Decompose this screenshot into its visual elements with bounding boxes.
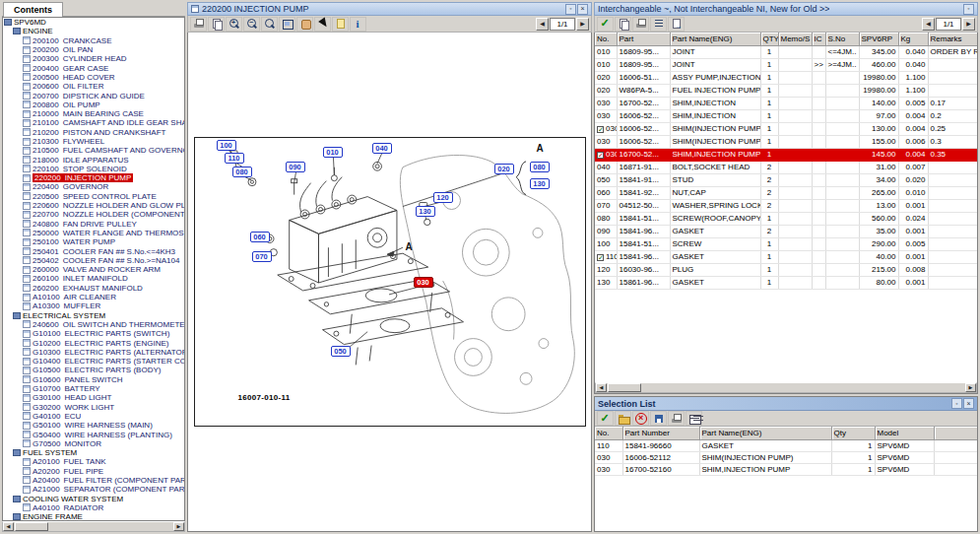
memo-button[interactable]: [332, 17, 349, 32]
folder-button[interactable]: [615, 411, 631, 426]
column-header[interactable]: Part Name(ENG): [699, 427, 831, 439]
scroll-right-icon[interactable]: ▶: [173, 522, 184, 531]
scroll-thumb[interactable]: [608, 383, 641, 392]
tree-item-220100[interactable]: 220100 STOP SOLENOID: [3, 165, 184, 173]
close-icon[interactable]: ×: [577, 4, 588, 15]
tree-item-200700[interactable]: 200700 DIPSTICK AND GUIDE: [3, 91, 184, 100]
column-header[interactable]: Part Name(ENG): [670, 33, 760, 45]
tree-item-210500[interactable]: 210500 FUEL CAMSHAFT AND GOVERNOR: [3, 146, 184, 155]
tree-item-G70500[interactable]: G70500 MONITOR: [3, 439, 184, 448]
diagram-canvas[interactable]: 16007-010-11 100110080090010040020080130…: [187, 33, 592, 532]
row-checkbox[interactable]: ✓: [597, 254, 604, 261]
pin-icon[interactable]: ◦: [951, 398, 962, 409]
parts-row[interactable]: 020W86PA-5...FUEL INJECTION PUMP119980.0…: [595, 84, 978, 97]
parts-row[interactable]: 03016006-52...SHIM,INJECTION197.000.0040…: [595, 109, 978, 122]
tree-item-A20200[interactable]: A20200 FUEL PIPE: [3, 467, 184, 476]
contents-horizontal-scrollbar[interactable]: ◀ ▶: [2, 521, 185, 532]
callout-030[interactable]: 030: [414, 277, 433, 288]
callout-080[interactable]: 080: [232, 167, 252, 177]
column-header[interactable]: Model: [875, 427, 934, 439]
print-button[interactable]: [668, 411, 685, 426]
tree-item-G10700[interactable]: G10700 BATTERY: [3, 384, 184, 393]
tree-item-200200[interactable]: 200200 OIL PAN: [3, 45, 184, 54]
callout-100[interactable]: 100: [217, 140, 236, 151]
tree-section-electrical-system[interactable]: ELECTRICAL SYSTEM: [3, 311, 184, 320]
parts-row[interactable]: 03016700-52...SHIM,INJECTION1140.000.005…: [595, 97, 978, 109]
tree-item-A10100[interactable]: A10100 AIR CLEANER: [3, 293, 184, 301]
parts-row[interactable]: 09015841-96...GASKET235.000.001: [595, 225, 978, 237]
delete-button[interactable]: [632, 411, 649, 426]
tree-item-A20100[interactable]: A20100 FUEL TANK: [3, 457, 184, 466]
pin-icon[interactable]: ◦: [565, 4, 576, 15]
copy-button[interactable]: [615, 17, 631, 32]
tree-item-200100[interactable]: 200100 CRANKCASE: [3, 36, 184, 45]
tree-section-cooling-water-system[interactable]: COOLING WATER SYSTEM: [3, 494, 184, 502]
column-header[interactable]: Part: [617, 33, 670, 45]
list-button[interactable]: [650, 17, 667, 32]
column-header[interactable]: [934, 427, 977, 439]
tree-item-G50100[interactable]: G50100 WIRE HARNESS (MAIN): [3, 421, 184, 430]
callout-040[interactable]: 040: [372, 143, 392, 154]
callout-060[interactable]: 060: [250, 232, 270, 242]
prev-page-button[interactable]: ◀: [536, 18, 549, 31]
confirm-button[interactable]: [597, 411, 614, 426]
tree-item-A20400[interactable]: A20400 FUEL FILTER (COMPONENT PAR: [3, 476, 184, 485]
next-page-button[interactable]: ▶: [962, 18, 975, 31]
tree-item-200400[interactable]: 200400 GEAR CASE: [3, 63, 184, 72]
parts-row[interactable]: 13015861-96...GASKET180.000.001: [595, 276, 978, 289]
parts-horizontal-scrollbar[interactable]: ◀ ▶: [595, 382, 977, 393]
parts-row[interactable]: 03016006-52...SHIM(INJECTION PUMP)1155.0…: [595, 135, 978, 148]
tree-item-210300[interactable]: 210300 FLYWHEEL: [3, 137, 184, 146]
tree-item-220600[interactable]: 220600 NOZZLE HOLDER AND GLOW PLUG: [3, 201, 184, 210]
tree-item-210000[interactable]: 210000 MAIN BEARING CASE: [3, 109, 184, 118]
column-header[interactable]: Kg: [898, 33, 928, 45]
row-checkbox[interactable]: ✓: [597, 152, 604, 159]
tree-item-250100[interactable]: 250100 WATER PUMP: [3, 237, 184, 246]
column-header[interactable]: Remarks: [928, 33, 978, 45]
parts-row[interactable]: 01016809-95...JOINT1>>>=4JM..460.000.040: [595, 58, 978, 71]
parts-row[interactable]: ✓03016700-52...SHIM,INJECTION PUMP1145.0…: [595, 148, 978, 161]
column-header[interactable]: IC: [812, 33, 825, 45]
print-button[interactable]: [190, 17, 207, 32]
pan-button[interactable]: [296, 17, 313, 32]
callout-110[interactable]: 110: [225, 153, 244, 164]
tree-item-200500[interactable]: 200500 HEAD COVER: [3, 73, 184, 82]
callout-050[interactable]: 050: [331, 346, 351, 357]
tree-item-G10100[interactable]: G10100 ELECTRIC PARTS (SWITCH): [3, 329, 184, 338]
tree-item-250401[interactable]: 250401 COOLER FAN ## S.No.<=4KH3: [3, 246, 184, 255]
parts-row[interactable]: 04016871-91...BOLT,SOCKET HEAD231.000.00…: [595, 161, 978, 173]
tree-item-G10600[interactable]: G10600 PANEL SWITCH: [3, 375, 184, 384]
tree-item-200800[interactable]: 200800 OIL PUMP: [3, 100, 184, 109]
parts-row[interactable]: ✓03016006-52...SHIM(INJECTION PUMP)1130.…: [595, 122, 978, 135]
parts-row[interactable]: 06015841-92...NUT,CAP2265.000.010: [595, 186, 978, 199]
close-icon[interactable]: ×: [963, 398, 974, 409]
scroll-thumb[interactable]: [15, 522, 48, 531]
column-header[interactable]: Memo/S: [778, 33, 812, 45]
tree-item-G10400[interactable]: G10400 ELECTRIC PARTS (STARTER CO: [3, 357, 184, 366]
tree-item-260200[interactable]: 260200 EXHAUST MANIFOLD: [3, 284, 184, 293]
tree-item-200600[interactable]: 200600 OIL FILTER: [3, 82, 184, 91]
confirm-button[interactable]: [597, 17, 614, 32]
tree-item-A10300[interactable]: A10300 MUFFLER: [3, 301, 184, 310]
tree-item-G10500[interactable]: G10500 ELECTRIC PARTS (BODY): [3, 366, 184, 374]
tree-item-220700[interactable]: 220700 NOZZLE HOLDER (COMPONENT PARTS): [3, 210, 184, 219]
tree-item-260100[interactable]: 260100 INLET MANIFOLD: [3, 274, 184, 283]
tree-item-220200[interactable]: 220200 INJECTION PUMP: [3, 173, 184, 182]
parts-row[interactable]: 10015841-51...SCREW1290.000.005: [595, 237, 978, 250]
callout-020[interactable]: 020: [494, 164, 514, 174]
prev-page-button[interactable]: ◀: [922, 18, 935, 31]
parts-row[interactable]: 12016030-96...PLUG1215.000.008: [595, 263, 978, 276]
callout-130[interactable]: 130: [530, 178, 550, 189]
parts-row[interactable]: 02016006-51...ASSY PUMP,INJECTION119980.…: [595, 71, 978, 84]
tab-contents[interactable]: Contents: [3, 2, 63, 17]
grid-button[interactable]: [686, 411, 702, 426]
tree-section-engine[interactable]: ENGINE: [3, 27, 184, 35]
tree-item-G40100[interactable]: G40100 ECU: [3, 412, 184, 421]
callout-130[interactable]: 130: [416, 206, 435, 217]
tree-item-218000[interactable]: 218000 IDLE APPARATUS: [3, 155, 184, 164]
next-page-button[interactable]: ▶: [576, 18, 589, 31]
zoom-out-button[interactable]: [243, 17, 260, 32]
parts-row[interactable]: ✓11015841-96...GASKET140.000.001: [595, 250, 978, 263]
save-button[interactable]: [650, 411, 667, 426]
scroll-left-icon[interactable]: ◀: [3, 522, 14, 531]
